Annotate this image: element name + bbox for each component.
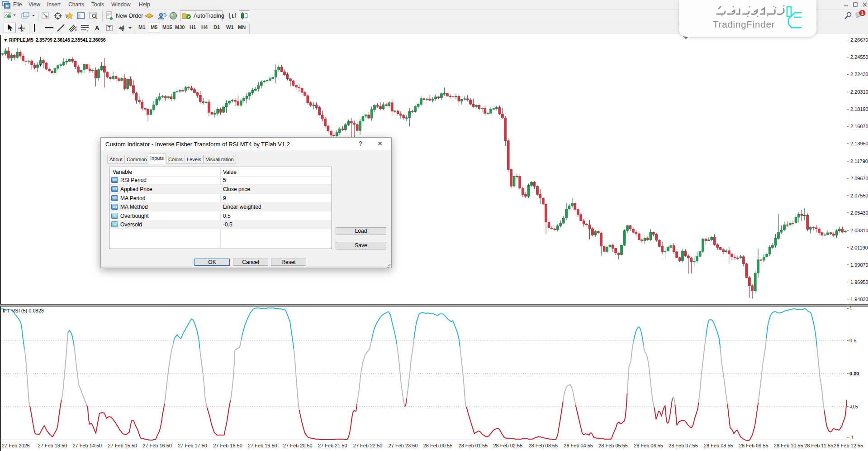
svg-text:27 Feb 16:50: 27 Feb 16:50 [142, 443, 172, 448]
svg-text:0.00: 0.00 [849, 371, 859, 376]
svg-text:27 Feb 21:50: 27 Feb 21:50 [318, 443, 347, 448]
svg-text:28 Feb 12:55: 28 Feb 12:55 [834, 443, 863, 448]
svg-text:28 Feb 00:55: 28 Feb 00:55 [423, 443, 453, 448]
svg-text:27 Feb 20:50: 27 Feb 20:50 [283, 443, 313, 448]
svg-text:2.13950: 2.13950 [850, 141, 868, 146]
svg-text:M: M [6, 5, 9, 8]
svg-text:1: 1 [849, 307, 852, 311]
svg-text:27 Feb 17:50: 27 Feb 17:50 [178, 443, 207, 448]
svg-text:1: 1 [861, 10, 864, 16]
svg-text:27 Feb 23:50: 27 Feb 23:50 [389, 443, 418, 448]
svg-text:27 Feb 18:50: 27 Feb 18:50 [213, 443, 242, 448]
svg-text:28 Feb 01:55: 28 Feb 01:55 [459, 443, 488, 448]
svg-text:27 Feb 19:50: 27 Feb 19:50 [248, 443, 277, 448]
svg-text:2.11790: 2.11790 [850, 158, 868, 164]
svg-text:28 Feb 03:55: 28 Feb 03:55 [528, 443, 558, 448]
svg-text:28 Feb 10:55: 28 Feb 10:55 [774, 443, 803, 448]
svg-text:27 Feb 14:50: 27 Feb 14:50 [72, 443, 102, 448]
svg-text:2.24550: 2.24550 [850, 54, 868, 60]
svg-text:28 Feb 04:55: 28 Feb 04:55 [564, 443, 593, 448]
svg-text:2.20310: 2.20310 [850, 89, 868, 95]
svg-text:28 Feb 07:55: 28 Feb 07:55 [669, 443, 698, 448]
svg-text:F: F [87, 29, 89, 32]
svg-text:2.01190: 2.01190 [850, 245, 868, 250]
svg-text:1.94830: 1.94830 [850, 297, 868, 302]
svg-text:2.26670: 2.26670 [850, 37, 868, 43]
svg-text:27 Feb 15:50: 27 Feb 15:50 [108, 443, 137, 448]
svg-text:28 Feb 11:55: 28 Feb 11:55 [804, 443, 833, 448]
svg-text:2.16070: 2.16070 [850, 124, 868, 129]
svg-text:2.03310: 2.03310 [850, 228, 868, 233]
svg-text:27 Feb 22:50: 27 Feb 22:50 [353, 443, 383, 448]
svg-text:T: T [108, 26, 110, 31]
svg-text:2.07550: 2.07550 [850, 193, 868, 198]
svg-text:2.09670: 2.09670 [850, 176, 868, 181]
svg-text:28 Feb 09:55: 28 Feb 09:55 [739, 443, 768, 448]
svg-text:E: E [75, 29, 77, 32]
svg-text:28 Feb 05:55: 28 Feb 05:55 [598, 443, 628, 448]
svg-text:28 Feb 02:55: 28 Feb 02:55 [493, 443, 523, 448]
svg-text:27 Feb 13:50: 27 Feb 13:50 [38, 443, 67, 448]
svg-text:2.18190: 2.18190 [850, 106, 868, 112]
svg-text:28 Feb 08:55: 28 Feb 08:55 [704, 443, 733, 448]
svg-text:1.99070: 1.99070 [850, 262, 868, 268]
svg-text:28 Feb 06:55: 28 Feb 06:55 [634, 443, 663, 448]
svg-text:27 Feb 2025: 27 Feb 2025 [2, 443, 30, 448]
svg-text:0.5: 0.5 [849, 338, 856, 343]
svg-text:2.22430: 2.22430 [850, 72, 868, 77]
svg-text:-0.5: -0.5 [849, 404, 858, 409]
svg-text:-1: -1 [849, 435, 854, 440]
svg-text:1.96950: 1.96950 [850, 279, 868, 285]
svg-text:2.05430: 2.05430 [850, 210, 868, 216]
